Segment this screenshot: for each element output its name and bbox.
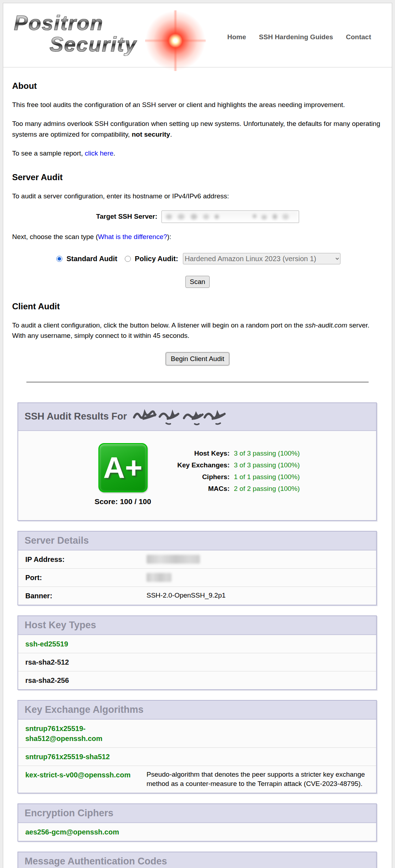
host-key-name: rsa-sha2-256 bbox=[25, 675, 147, 685]
stat-label: Key Exchanges: bbox=[174, 461, 234, 469]
scan-type-options-row: Standard Audit Policy Audit: Hardened Am… bbox=[12, 253, 383, 264]
stat-value: 2 of 2 passing (100%) bbox=[234, 485, 300, 493]
detail-label: IP Address: bbox=[25, 554, 147, 564]
host-key-name: ssh-ed25519 bbox=[25, 639, 147, 649]
kex-note: Pseudo-algorithm that denotes the peer s… bbox=[147, 770, 369, 789]
macs-header: Message Authentication Codes bbox=[18, 852, 376, 868]
redaction-smudge bbox=[147, 573, 171, 582]
stat-row-ciphers: Ciphers: 1 of 1 passing (100%) bbox=[174, 473, 300, 481]
logo-text-line1: Positron bbox=[14, 12, 103, 33]
kex-note bbox=[147, 724, 369, 743]
results-panel-body: A+ Score: 100 / 100 Host Keys: 3 of 3 pa… bbox=[18, 431, 376, 520]
about-p2-text: Too many admins overlook SSH configurati… bbox=[12, 120, 380, 138]
stats-column: Host Keys: 3 of 3 passing (100%) Key Exc… bbox=[174, 450, 300, 497]
site-header: Positron Security Home SSH Hardening Gui… bbox=[3, 12, 392, 67]
target-ssh-server-label: Target SSH Server: bbox=[96, 213, 157, 220]
main-nav: Home SSH Hardening Guides Contact bbox=[227, 33, 371, 41]
kex-note bbox=[147, 752, 369, 762]
table-row: Banner: SSH-2.0-OpenSSH_9.2p1 bbox=[18, 587, 376, 605]
scan-button[interactable]: Scan bbox=[185, 276, 209, 288]
begin-client-audit-row: Begin Client Audit bbox=[12, 352, 383, 365]
banner-value: SSH-2.0-OpenSSH_9.2p1 bbox=[147, 591, 369, 601]
server-audit-heading: Server Audit bbox=[12, 172, 383, 182]
host-key-types-panel: Host Key Types ssh-ed25519 rsa-sha2-512 … bbox=[17, 615, 377, 690]
audit-result-panels: SSH Audit Results For A bbox=[3, 382, 392, 868]
macs-panel: Message Authentication Codes hmac-sha2-5… bbox=[17, 852, 377, 868]
table-row: sntrup761x25519-sha512 bbox=[18, 748, 376, 766]
client-audit-paragraph: To audit a client configuration, click t… bbox=[12, 320, 383, 341]
redacted-port-value bbox=[147, 573, 369, 583]
nav-contact[interactable]: Contact bbox=[346, 33, 371, 41]
table-row: rsa-sha2-256 bbox=[18, 671, 376, 689]
scan-button-row: Scan bbox=[12, 276, 383, 288]
key-exchange-panel: Key Exchange Algorithms sntrup761x25519-… bbox=[17, 700, 377, 793]
stat-label: MACs: bbox=[174, 485, 234, 493]
sample-report-period: . bbox=[113, 149, 115, 157]
policy-audit-radio[interactable] bbox=[125, 256, 131, 262]
score-label: Score: 100 / 100 bbox=[94, 497, 151, 506]
host-key-types-header: Host Key Types bbox=[18, 616, 376, 635]
client-audit-heading: Client Audit bbox=[12, 301, 383, 311]
nav-ssh-hardening-guides[interactable]: SSH Hardening Guides bbox=[259, 33, 333, 41]
standard-audit-radio[interactable] bbox=[56, 256, 62, 262]
nav-home[interactable]: Home bbox=[227, 33, 246, 41]
grade-letter: A+ bbox=[103, 453, 143, 483]
logo-text-line2: Security bbox=[50, 34, 137, 55]
scan-type-paragraph: Next, choose the scan type (What is the … bbox=[12, 232, 383, 242]
grade-badge: A+ bbox=[98, 443, 148, 492]
sample-report-link[interactable]: click here bbox=[85, 149, 113, 157]
scan-type-text-end: ): bbox=[167, 233, 171, 240]
target-ssh-server-input[interactable] bbox=[161, 210, 299, 223]
host-key-name: rsa-sha2-512 bbox=[25, 657, 147, 667]
target-server-row: Target SSH Server: bbox=[12, 210, 383, 223]
standard-audit-label: Standard Audit bbox=[66, 255, 117, 263]
page-content: About This free tool audits the configur… bbox=[3, 81, 392, 382]
detail-label: Banner: bbox=[25, 591, 147, 601]
scan-type-text: Next, choose the scan type ( bbox=[12, 233, 98, 240]
stat-row-host-keys: Host Keys: 3 of 3 passing (100%) bbox=[174, 450, 300, 457]
server-details-header: Server Details bbox=[18, 532, 376, 550]
about-p2-period: . bbox=[170, 131, 172, 138]
about-paragraph-2: Too many admins overlook SSH configurati… bbox=[12, 118, 383, 139]
table-row: IP Address: bbox=[18, 550, 376, 569]
redacted-input-value bbox=[163, 212, 298, 222]
server-audit-intro: To audit a server configuration, enter i… bbox=[12, 191, 383, 201]
scan-type-difference-link[interactable]: What is the difference? bbox=[98, 233, 167, 240]
key-exchange-header: Key Exchange Algorithms bbox=[18, 701, 376, 720]
sample-report-text: To see a sample report, bbox=[12, 149, 85, 157]
table-row: ssh-ed25519 bbox=[18, 635, 376, 653]
about-paragraph-1: This free tool audits the configuration … bbox=[12, 100, 383, 110]
stat-row-key-exchanges: Key Exchanges: 3 of 3 passing (100%) bbox=[174, 461, 300, 469]
detail-label: Port: bbox=[25, 573, 147, 583]
stat-value: 3 of 3 passing (100%) bbox=[234, 461, 300, 469]
kex-name: sntrup761x25519-sha512@openssh.com bbox=[25, 724, 147, 743]
starburst-flare-icon bbox=[145, 10, 206, 71]
stat-label: Host Keys: bbox=[174, 450, 234, 457]
positron-security-logo: Positron Security bbox=[3, 12, 224, 66]
policy-audit-label: Policy Audit: bbox=[135, 255, 178, 263]
cipher-name: aes256-gcm@openssh.com bbox=[25, 827, 147, 837]
results-panel-header: SSH Audit Results For bbox=[18, 403, 376, 431]
stat-label: Ciphers: bbox=[174, 473, 234, 481]
stat-value: 1 of 1 passing (100%) bbox=[234, 473, 300, 481]
sample-report-paragraph: To see a sample report, click here. bbox=[12, 148, 383, 158]
results-panel-title: SSH Audit Results For bbox=[25, 411, 127, 422]
table-row: rsa-sha2-512 bbox=[18, 653, 376, 671]
about-heading: About bbox=[12, 81, 383, 91]
main-card: Positron Security Home SSH Hardening Gui… bbox=[3, 3, 392, 868]
server-details-panel: Server Details IP Address: Port: Banner:… bbox=[17, 531, 377, 605]
kex-name: kex-strict-s-v00@openssh.com bbox=[25, 770, 147, 789]
begin-client-audit-button[interactable]: Begin Client Audit bbox=[166, 352, 229, 365]
table-row: kex-strict-s-v00@openssh.com Pseudo-algo… bbox=[18, 766, 376, 793]
grade-column: A+ Score: 100 / 100 bbox=[94, 443, 151, 506]
redacted-hostname-scribble bbox=[132, 408, 228, 427]
client-audit-domain: ssh-audit.com bbox=[305, 321, 347, 329]
client-audit-text: To audit a client configuration, click t… bbox=[12, 321, 305, 329]
table-row: Port: bbox=[18, 569, 376, 587]
redaction-smudge bbox=[147, 555, 200, 564]
table-row: sntrup761x25519-sha512@openssh.com bbox=[18, 720, 376, 748]
policy-select[interactable]: Hardened Amazon Linux 2023 (version 1) bbox=[183, 253, 340, 264]
encryption-ciphers-panel: Encryption Ciphers aes256-gcm@openssh.co… bbox=[17, 803, 377, 842]
kex-name: sntrup761x25519-sha512 bbox=[25, 752, 147, 762]
stat-row-macs: MACs: 2 of 2 passing (100%) bbox=[174, 485, 300, 493]
